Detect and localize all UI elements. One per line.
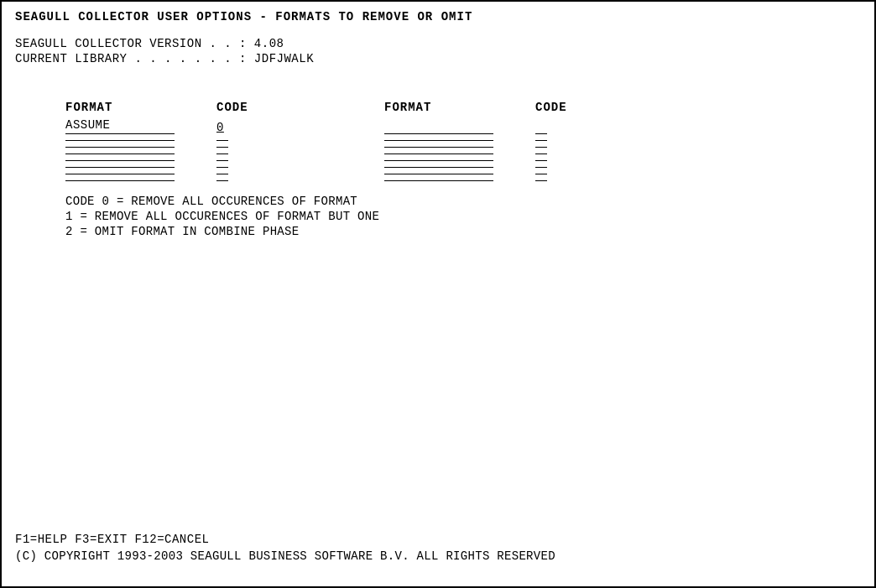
- code2-field[interactable]: [535, 159, 547, 161]
- format2-field[interactable]: [384, 171, 535, 174]
- col-format1-header: FORMAT: [65, 101, 216, 114]
- format1-field[interactable]: [65, 152, 216, 154]
- f1-help[interactable]: F1=HELP: [15, 533, 67, 546]
- columns-header: FORMAT CODE FORMAT CODE: [15, 101, 861, 114]
- format2-field[interactable]: [384, 151, 535, 154]
- code1-field[interactable]: [216, 179, 384, 181]
- code2-field[interactable]: [535, 172, 547, 174]
- code1-field[interactable]: [216, 145, 384, 148]
- bottom-bar: F1=HELP F3=EXIT F12=CANCEL (C) COPYRIGHT…: [15, 533, 861, 563]
- format2-field[interactable]: [384, 117, 535, 134]
- format2-field[interactable]: [384, 164, 535, 168]
- format1-field[interactable]: [65, 172, 216, 174]
- f12-cancel[interactable]: F12=CANCEL: [134, 533, 209, 546]
- format1-field[interactable]: [65, 138, 216, 141]
- table-row: [65, 151, 861, 154]
- code2-field[interactable]: [535, 179, 547, 181]
- format2-field[interactable]: [384, 158, 535, 161]
- format1-field[interactable]: [65, 145, 216, 148]
- format2-field[interactable]: [384, 138, 535, 141]
- code2-field[interactable]: [535, 138, 547, 141]
- data-rows: ASSUME 0: [15, 117, 861, 181]
- code1-field[interactable]: [216, 172, 384, 174]
- format2-value: [384, 117, 535, 131]
- library-label: CURRENT LIBRARY . . . . . . . :: [15, 52, 247, 65]
- code2-field[interactable]: [535, 165, 547, 168]
- format1-field[interactable]: [65, 179, 216, 181]
- page-title: SEAGULL COLLECTOR USER OPTIONS - FORMATS…: [15, 10, 861, 23]
- table-row: [65, 138, 861, 141]
- format1-value: ASSUME: [65, 118, 216, 132]
- table-row: [65, 158, 861, 161]
- version-label: SEAGULL COLLECTOR VERSION . . :: [15, 37, 247, 50]
- code1-field[interactable]: [216, 152, 384, 154]
- code2-field[interactable]: [535, 152, 547, 154]
- format1-field[interactable]: ASSUME: [65, 118, 216, 134]
- note-line-0: CODE 0 = REMOVE ALL OCCURENCES OF FORMAT: [65, 195, 861, 208]
- table-row: ASSUME 0: [65, 117, 861, 134]
- table-row: [65, 178, 861, 181]
- f3-exit[interactable]: F3=EXIT: [75, 533, 127, 546]
- version-value: 4.08: [254, 37, 284, 50]
- note-line-1: 1 = REMOVE ALL OCCURENCES OF FORMAT BUT …: [65, 210, 861, 223]
- format2-field[interactable]: [384, 178, 535, 181]
- format2-field[interactable]: [384, 144, 535, 148]
- col-format2-header: FORMAT: [384, 101, 535, 114]
- library-value: JDFJWALK: [254, 52, 314, 65]
- copyright: (C) COPYRIGHT 1993-2003 SEAGULL BUSINESS…: [15, 549, 861, 563]
- col-code1-header: CODE: [216, 101, 384, 114]
- code1-field[interactable]: [216, 159, 384, 161]
- library-line: CURRENT LIBRARY . . . . . . . : JDFJWALK: [15, 52, 861, 65]
- table-row: [65, 164, 861, 168]
- code2-field[interactable]: [535, 145, 547, 148]
- code1-field[interactable]: 0: [216, 121, 384, 134]
- table-row: [65, 144, 861, 148]
- code1-field[interactable]: [216, 138, 384, 141]
- function-keys: F1=HELP F3=EXIT F12=CANCEL: [15, 533, 861, 546]
- format1-field[interactable]: [65, 159, 216, 161]
- note-line-2: 2 = OMIT FORMAT IN COMBINE PHASE: [65, 225, 861, 238]
- table-row: [65, 171, 861, 174]
- code1-field[interactable]: [216, 165, 384, 168]
- notes-section: CODE 0 = REMOVE ALL OCCURENCES OF FORMAT…: [15, 195, 861, 238]
- format1-field[interactable]: [65, 165, 216, 168]
- main-screen: SEAGULL COLLECTOR USER OPTIONS - FORMATS…: [0, 0, 876, 588]
- code1-value: 0: [216, 121, 224, 134]
- col-code2-header: CODE: [535, 101, 567, 114]
- version-line: SEAGULL COLLECTOR VERSION . . : 4.08: [15, 37, 861, 50]
- code2-field[interactable]: [535, 132, 547, 134]
